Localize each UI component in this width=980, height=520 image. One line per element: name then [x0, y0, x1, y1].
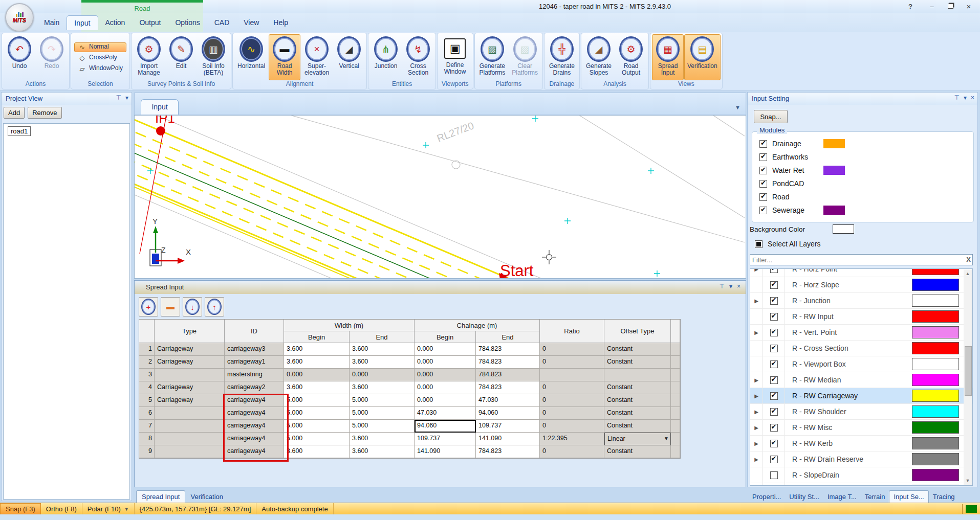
- layer-row-r-rw-median[interactable]: ▶R - RW Median: [750, 372, 972, 388]
- cell-wb[interactable]: 5.000: [284, 420, 350, 433]
- cell-offset[interactable]: Constant: [604, 381, 671, 394]
- cell-ratio[interactable]: 0: [540, 420, 604, 433]
- dropdown-arrow-icon[interactable]: ▼: [664, 436, 669, 441]
- layer-color-swatch[interactable]: [912, 326, 959, 338]
- module-checkbox[interactable]: [759, 167, 767, 174]
- cell-offset[interactable]: Linear▼: [604, 433, 671, 445]
- layer-color-swatch[interactable]: [912, 390, 959, 402]
- cell-cb[interactable]: 0.000: [415, 369, 476, 381]
- delete-row-button[interactable]: ▬: [161, 297, 180, 316]
- tab-output[interactable]: Output: [132, 15, 168, 30]
- cell-ratio[interactable]: 0: [540, 381, 604, 394]
- import-manage-button[interactable]: ⚙ImportManage: [133, 34, 165, 80]
- layer-color-swatch[interactable]: [912, 279, 959, 291]
- generate-platforms-button[interactable]: ▨GeneratePlatforms: [476, 34, 509, 80]
- cell-ce[interactable]: 109.737: [476, 420, 540, 433]
- layer-color-swatch[interactable]: [912, 405, 959, 418]
- layer-color-swatch[interactable]: [912, 485, 959, 486]
- cell-offset[interactable]: Constant: [604, 445, 671, 458]
- cell-we[interactable]: 3.600: [350, 343, 415, 356]
- layer-color-swatch[interactable]: [912, 437, 959, 449]
- cross-section-button[interactable]: ↯CrossSection: [402, 34, 434, 80]
- layer-row-r-rw-drain-reserve[interactable]: ▶R - RW Drain Reserve: [750, 451, 972, 467]
- background-color-swatch[interactable]: [833, 224, 854, 234]
- layer-row-r-junction[interactable]: ▶R - Junction: [750, 293, 972, 309]
- cell-we[interactable]: 5.000: [350, 407, 415, 420]
- road-output-button[interactable]: ⚙RoadOutput: [615, 34, 647, 80]
- cell-type[interactable]: Carriageway: [155, 381, 225, 394]
- cell-we[interactable]: 3.600: [350, 433, 415, 445]
- cell-type[interactable]: [155, 407, 225, 420]
- minimize-icon[interactable]: –: [924, 2, 940, 11]
- tab-help[interactable]: Help: [266, 15, 295, 30]
- tab-cad[interactable]: CAD: [207, 15, 237, 30]
- module-checkbox[interactable]: [759, 193, 767, 201]
- snap-settings-button[interactable]: Snap...: [754, 110, 788, 123]
- cell-type[interactable]: [155, 420, 225, 433]
- cell-ce[interactable]: 784.823: [476, 343, 540, 356]
- edit-button[interactable]: ✎Edit: [165, 34, 197, 80]
- cell-cb[interactable]: 0.000: [415, 343, 476, 356]
- module-checkbox[interactable]: [759, 140, 767, 148]
- layer-color-swatch[interactable]: [912, 469, 959, 481]
- layer-row-r-vert-point[interactable]: ▶R - Vert. Point: [750, 325, 972, 341]
- layer-row-r-cross-section[interactable]: R - Cross Section: [750, 341, 972, 356]
- pin-icon[interactable]: ⊤: [116, 94, 121, 101]
- add-row-button[interactable]: +: [139, 297, 158, 316]
- layer-visibility-checkbox[interactable]: [770, 345, 778, 352]
- close-icon[interactable]: ×: [971, 94, 974, 101]
- clear-filter-icon[interactable]: X: [966, 256, 971, 263]
- cell-ratio[interactable]: 0: [540, 394, 604, 407]
- tab-verification[interactable]: Verification: [185, 491, 228, 503]
- pin-icon[interactable]: ⊤: [720, 283, 725, 290]
- define-window-button[interactable]: ▣DefineWindow: [439, 34, 471, 80]
- layer-row-r-rw-kerb[interactable]: ▶R - RW Kerb: [750, 436, 972, 451]
- expand-arrow-icon[interactable]: ▶: [750, 441, 763, 446]
- cell-cb[interactable]: 0.000: [415, 381, 476, 394]
- add-button[interactable]: Add: [4, 107, 25, 119]
- cell-we[interactable]: 3.600: [350, 381, 415, 394]
- layer-row-r-viewport-box[interactable]: R - Viewport Box: [750, 356, 972, 372]
- generate-slopes-button[interactable]: ◢GenerateSlopes: [583, 34, 615, 80]
- cell-cb[interactable]: 141.090: [415, 445, 476, 458]
- layer-visibility-checkbox[interactable]: [770, 268, 778, 273]
- cell-num[interactable]: 1: [139, 343, 155, 356]
- normal-selection-button[interactable]: ∿Normal: [74, 42, 126, 52]
- tab-action[interactable]: Action: [98, 15, 133, 30]
- tab-spread-input[interactable]: Spread Input: [136, 490, 185, 503]
- expand-arrow-icon[interactable]: ▶: [750, 298, 763, 304]
- module-checkbox[interactable]: [759, 207, 767, 214]
- horizontal-button[interactable]: ∿Horizontal: [234, 34, 268, 80]
- message[interactable]: Auto-backup complete: [256, 503, 333, 515]
- expand-arrow-icon[interactable]: ▶: [750, 457, 763, 462]
- cell-we[interactable]: 3.600: [350, 445, 415, 458]
- cell-num[interactable]: 7: [139, 420, 155, 433]
- layer-filter-input[interactable]: [750, 254, 973, 265]
- cell-ratio[interactable]: [540, 369, 604, 381]
- layer-color-swatch[interactable]: [912, 295, 959, 307]
- layer-visibility-checkbox[interactable]: [770, 329, 778, 336]
- layer-color-swatch[interactable]: [912, 374, 959, 386]
- tab-input-se[interactable]: Input Se...: [889, 490, 928, 503]
- road-width-button[interactable]: ▬RoadWidth: [269, 34, 300, 80]
- cell-we[interactable]: 0.000: [350, 369, 415, 381]
- tab-view[interactable]: View: [236, 15, 266, 30]
- layer-visibility-checkbox[interactable]: [770, 281, 778, 289]
- layer-visibility-checkbox[interactable]: [770, 392, 778, 400]
- layer-visibility-checkbox[interactable]: [770, 297, 778, 305]
- cell-we[interactable]: 5.000: [350, 394, 415, 407]
- tab-tracing[interactable]: Tracing: [929, 491, 959, 503]
- chevron-down-icon[interactable]: ▾: [729, 283, 732, 290]
- tab-terrain[interactable]: Terrain: [861, 491, 889, 503]
- layer-visibility-checkbox[interactable]: [770, 313, 778, 321]
- layer-color-swatch[interactable]: [912, 310, 959, 323]
- cell-we[interactable]: 5.000: [350, 420, 415, 433]
- cell-ratio[interactable]: 0: [540, 407, 604, 420]
- tab-image-t[interactable]: Image T...: [823, 491, 861, 503]
- dropdown-arrow-icon[interactable]: ▼: [124, 507, 129, 512]
- cell-ce[interactable]: 94.060: [476, 407, 540, 420]
- generate-drains-button[interactable]: ╬GenerateDrains: [546, 34, 578, 80]
- ortho-toggle[interactable]: Ortho (F8): [41, 503, 82, 515]
- project-list[interactable]: road1: [3, 123, 130, 500]
- spread-input-button[interactable]: ▦SpreadInput: [652, 34, 684, 80]
